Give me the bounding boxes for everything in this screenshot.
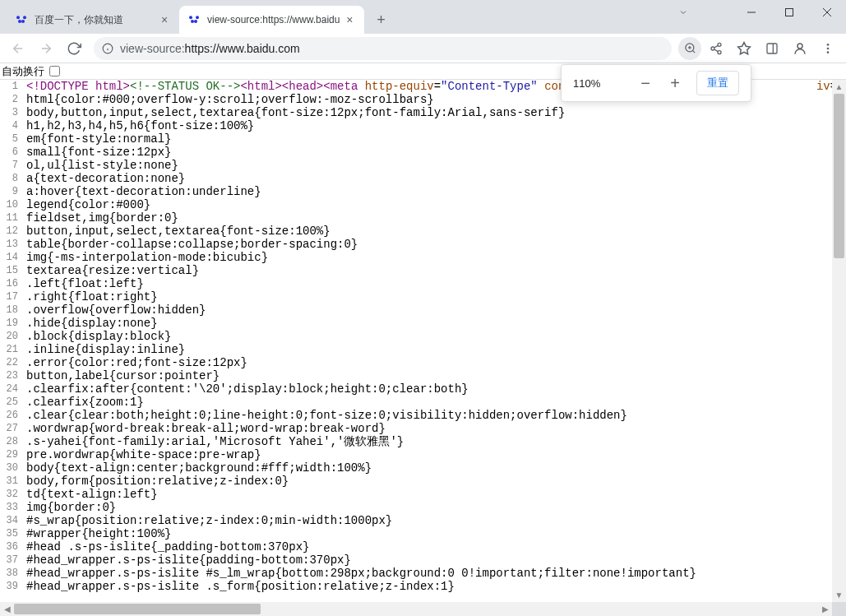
- close-icon[interactable]: ×: [158, 13, 171, 26]
- profile-icon[interactable]: [787, 35, 813, 62]
- source-line[interactable]: textarea{resize:vertical}: [23, 264, 846, 277]
- source-line[interactable]: .s-yahei{font-family:arial,'Microsoft Ya…: [23, 435, 846, 448]
- line-number: 35: [0, 527, 23, 540]
- new-tab-button[interactable]: +: [369, 8, 392, 31]
- zoom-out-button[interactable]: −: [637, 74, 654, 93]
- source-line[interactable]: .hide{display:none}: [23, 317, 846, 330]
- source-line[interactable]: a:hover{text-decoration:underline}: [23, 185, 846, 198]
- toolbar: view-source:https://www.baidu.com: [0, 34, 846, 63]
- source-line[interactable]: body,form{position:relative;z-index:0}: [23, 475, 846, 488]
- line-number: 9: [0, 185, 23, 198]
- line-number: 36: [0, 540, 23, 553]
- site-info-icon[interactable]: [102, 43, 113, 54]
- close-button[interactable]: [808, 0, 846, 25]
- line-number: 5: [0, 132, 23, 146]
- reload-button[interactable]: [61, 35, 87, 62]
- source-line[interactable]: body,button,input,select,textarea{font-s…: [23, 106, 846, 119]
- address-bar[interactable]: view-source:https://www.baidu.com: [94, 37, 672, 60]
- source-line[interactable]: img{border:0}: [23, 501, 846, 514]
- zoom-popup: 110% − + 重置: [561, 64, 751, 102]
- scroll-down-arrow[interactable]: ▼: [832, 588, 846, 602]
- source-line[interactable]: .block{display:block}: [23, 330, 846, 343]
- source-line[interactable]: .right{float:right}: [23, 290, 846, 303]
- source-line[interactable]: fieldset,img{border:0}: [23, 211, 846, 225]
- source-line[interactable]: .overflow{overflow:hidden}: [23, 303, 846, 317]
- line-number: 14: [0, 251, 23, 264]
- zoom-level-text: 110%: [573, 77, 624, 90]
- baidu-favicon: [15, 13, 28, 26]
- menu-icon[interactable]: [815, 35, 841, 62]
- zoom-in-button[interactable]: +: [667, 74, 683, 93]
- zoom-icon[interactable]: [678, 37, 701, 60]
- back-button[interactable]: [5, 35, 31, 62]
- source-line[interactable]: button,label{cursor:pointer}: [23, 369, 846, 382]
- line-number: 25: [0, 396, 23, 409]
- source-line[interactable]: .left{float:left}: [23, 277, 846, 290]
- source-line[interactable]: table{border-collapse:collapse;border-sp…: [23, 238, 846, 251]
- source-line[interactable]: #head .s-ps-islite{_padding-bottom:370px…: [23, 540, 846, 553]
- source-line[interactable]: body{text-align:center;background:#fff;w…: [23, 461, 846, 475]
- bookmark-icon[interactable]: [731, 35, 757, 62]
- source-line[interactable]: small{font-size:12px}: [23, 146, 846, 159]
- line-number: 21: [0, 343, 23, 356]
- tab-inactive[interactable]: 百度一下，你就知道 ×: [7, 6, 179, 34]
- source-line[interactable]: h1,h2,h3,h4,h5,h6{font-size:100%}: [23, 119, 846, 132]
- source-line[interactable]: td{text-align:left}: [23, 488, 846, 501]
- svg-point-2: [18, 20, 21, 23]
- close-icon[interactable]: ×: [343, 13, 356, 26]
- tab-active[interactable]: view-source:https://www.baidu ×: [179, 6, 364, 34]
- source-view[interactable]: 1<!DOCTYPE html><!--STATUS OK--><html><h…: [0, 80, 846, 616]
- line-number: 1: [0, 80, 23, 93]
- source-line[interactable]: a{text-decoration:none}: [23, 172, 846, 185]
- scroll-right-arrow[interactable]: ▶: [818, 602, 832, 616]
- source-line[interactable]: #head_wrapper.s-ps-islite{padding-bottom…: [23, 553, 846, 567]
- line-number: 10: [0, 198, 23, 211]
- horizontal-scrollbar[interactable]: ◀ ▶: [0, 602, 846, 616]
- source-line[interactable]: #head_wrapper.s-ps-islite .s_form{positi…: [23, 580, 846, 593]
- svg-line-18: [692, 50, 695, 53]
- source-line[interactable]: pre.wordwrap{white-space:pre-wrap}: [23, 448, 846, 461]
- vertical-scrollbar[interactable]: ▲ ▼: [832, 80, 846, 602]
- share-icon[interactable]: [703, 35, 729, 62]
- line-number: 26: [0, 409, 23, 422]
- maximize-button[interactable]: [770, 0, 808, 25]
- source-line[interactable]: ol,ul{list-style:none}: [23, 159, 846, 172]
- svg-point-6: [191, 20, 194, 23]
- svg-point-1: [23, 16, 26, 19]
- line-number: 6: [0, 146, 23, 159]
- zoom-reset-button[interactable]: 重置: [696, 71, 739, 95]
- line-number: 24: [0, 382, 23, 396]
- window-controls: [733, 0, 846, 25]
- line-number: 11: [0, 211, 23, 225]
- source-line[interactable]: #s_wrap{position:relative;z-index:0;min-…: [23, 514, 846, 527]
- source-line[interactable]: img{-ms-interpolation-mode:bicubic}: [23, 251, 846, 264]
- line-number: 39: [0, 580, 23, 593]
- line-number: 31: [0, 475, 23, 488]
- svg-point-26: [827, 47, 830, 49]
- auto-wrap-label: 自动换行: [2, 64, 44, 79]
- side-panel-icon[interactable]: [759, 35, 785, 62]
- source-line[interactable]: .clear{clear:both;height:0;line-height:0…: [23, 409, 846, 422]
- line-number: 3: [0, 106, 23, 119]
- source-line[interactable]: .wordwrap{word-break:break-all;word-wrap…: [23, 422, 846, 435]
- source-line[interactable]: em{font-style:normal}: [23, 132, 846, 146]
- forward-button[interactable]: [33, 35, 59, 62]
- source-line[interactable]: #wrapper{height:100%}: [23, 527, 846, 540]
- scroll-thumb-horizontal[interactable]: [14, 604, 261, 614]
- scroll-up-arrow[interactable]: ▲: [832, 80, 846, 94]
- source-line[interactable]: .inline{display:inline}: [23, 343, 846, 356]
- scroll-left-arrow[interactable]: ◀: [0, 602, 14, 616]
- scroll-thumb-vertical[interactable]: [834, 94, 844, 258]
- line-number: 15: [0, 264, 23, 277]
- minimize-button[interactable]: [733, 0, 770, 25]
- source-line[interactable]: button,input,select,textarea{font-size:1…: [23, 225, 846, 238]
- source-line[interactable]: .clearfix{zoom:1}: [23, 396, 846, 409]
- source-line[interactable]: #head_wrapper.s-ps-islite #s_lm_wrap{bot…: [23, 567, 846, 580]
- source-line[interactable]: legend{color:#000}: [23, 198, 846, 211]
- svg-point-7: [194, 20, 197, 23]
- source-line[interactable]: .clearfix:after{content:'\20';display:bl…: [23, 382, 846, 396]
- auto-wrap-checkbox[interactable]: [49, 66, 60, 76]
- tabs-dropdown-icon[interactable]: [672, 4, 695, 21]
- line-number: 38: [0, 567, 23, 580]
- source-line[interactable]: .error{color:red;font-size:12px}: [23, 356, 846, 369]
